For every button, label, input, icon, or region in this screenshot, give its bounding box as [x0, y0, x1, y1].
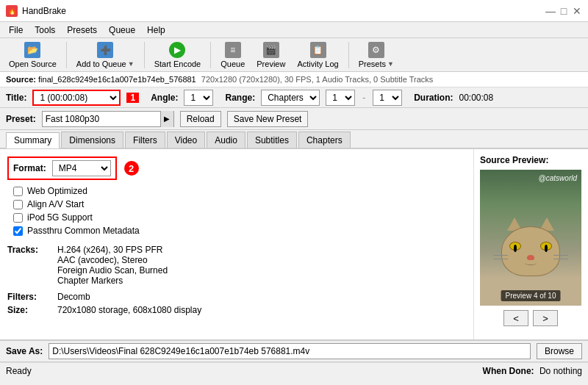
menu-queue[interactable]: Queue	[103, 24, 141, 37]
format-select[interactable]: MP4	[52, 160, 111, 176]
menu-tools[interactable]: Tools	[29, 24, 61, 37]
activity-log-button[interactable]: 📋 Activity Log	[293, 40, 343, 71]
preview-button[interactable]: 🎬 Preview	[252, 40, 290, 71]
open-source-icon: 📂	[24, 42, 40, 58]
preview-badge: Preview 4 of 10	[501, 290, 561, 301]
preset-input-wrap: Fast 1080p30 ▶	[42, 111, 174, 127]
reload-button[interactable]: Reload	[180, 111, 221, 127]
status-bar: Ready When Done: Do nothing	[0, 362, 588, 378]
queue-button[interactable]: ≡ Queue	[216, 40, 249, 71]
tab-chapters[interactable]: Chapters	[298, 132, 351, 148]
whisker-right-1	[553, 255, 568, 256]
browse-button[interactable]: Browse	[537, 343, 582, 359]
title-label: Title:	[6, 93, 26, 103]
tab-dimensions[interactable]: Dimensions	[61, 132, 123, 148]
save-as-label: Save As:	[6, 346, 43, 356]
passthru-label: Passthru Common Metadata	[27, 226, 140, 236]
passthru-checkbox[interactable]	[13, 226, 23, 236]
size-value: 720x1080 storage, 608x1080 display	[57, 305, 201, 315]
menu-help[interactable]: Help	[141, 24, 171, 37]
when-done-label: When Done:	[483, 366, 534, 376]
start-encode-icon: ▶	[169, 42, 185, 58]
ipod-checkbox[interactable]	[13, 213, 23, 223]
cat-container	[501, 217, 560, 291]
source-label: Source:	[6, 75, 36, 84]
source-info: 720x1280 (720x1280), 30 FPS, 1 Audio Tra…	[201, 75, 434, 84]
whisker-left-2	[493, 259, 508, 259]
preset-row: Preset: Fast 1080p30 ▶ Reload Save New P…	[0, 108, 588, 130]
divider-4	[348, 42, 349, 68]
save-as-input[interactable]	[49, 343, 531, 359]
main-content: Format: MP4 2 Web Optimized Align A/V St…	[0, 149, 588, 340]
checkbox-align-av: Align A/V Start	[13, 199, 466, 209]
open-source-button[interactable]: 📂 Open Source	[4, 40, 61, 71]
preset-expand-button[interactable]: ▶	[160, 111, 173, 127]
track-0: H.264 (x264), 30 FPS PFR	[57, 245, 168, 255]
title-bar: 🔥 HandBrake — □ ✕	[0, 0, 588, 22]
duration-value: 00:00:08	[459, 93, 493, 103]
size-label: Size:	[7, 305, 51, 315]
tab-video[interactable]: Video	[167, 132, 205, 148]
preview-bg: @catsworld Preview 4 of 10	[480, 170, 581, 306]
align-av-checkbox[interactable]	[13, 200, 23, 209]
status-ready: Ready	[6, 366, 32, 376]
source-filename: final_628c9249e16c1a007e1b74eb_576881	[38, 75, 196, 84]
web-optimized-checkbox[interactable]	[13, 187, 23, 196]
title-controls-row: Title: 1 (00:00:08) 1 Angle: 1 Range: Ch…	[0, 87, 588, 108]
cat-mouth	[525, 261, 537, 265]
range-from-select[interactable]: 1	[326, 90, 355, 106]
left-panel: Format: MP4 2 Web Optimized Align A/V St…	[0, 149, 474, 339]
tracks-values: H.264 (x264), 30 FPS PFR AAC (avcodec), …	[57, 245, 168, 286]
presets-button[interactable]: ⚙ Presets ▼	[354, 40, 398, 71]
preset-input[interactable]: Fast 1080p30	[43, 114, 160, 124]
preview-nav: < >	[480, 310, 581, 326]
when-done-container: When Done: Do nothing	[483, 366, 582, 376]
preview-image: @catsworld Preview 4 of 10	[480, 170, 581, 306]
close-button[interactable]: ✕	[572, 6, 582, 16]
cat-pupil-right	[545, 245, 548, 252]
preview-next-button[interactable]: >	[533, 310, 558, 326]
presets-dropdown[interactable]: ▼	[387, 60, 394, 68]
track-3: Chapter Markers	[57, 276, 168, 286]
title-select[interactable]: 1 (00:00:08)	[32, 90, 121, 106]
range-separator: -	[362, 93, 365, 103]
tab-summary[interactable]: Summary	[6, 132, 60, 148]
add-queue-icon: ➕	[97, 42, 113, 58]
cat-nose	[527, 255, 534, 260]
angle-select[interactable]: 1	[184, 90, 213, 106]
format-label: Format:	[13, 163, 46, 173]
whisker-left-1	[493, 255, 508, 256]
add-to-queue-button[interactable]: ➕ Add to Queue ▼	[72, 40, 139, 71]
start-encode-button[interactable]: ▶ Start Encode	[150, 40, 206, 71]
whisker-right-2	[553, 259, 568, 259]
maximize-button[interactable]: □	[559, 6, 569, 16]
preset-label: Preset:	[6, 114, 36, 124]
align-av-label: Align A/V Start	[27, 199, 84, 209]
tab-audio[interactable]: Audio	[207, 132, 245, 148]
app-icon: 🔥	[6, 5, 18, 17]
preview-watermark: @catsworld	[539, 174, 577, 182]
cat-head	[501, 226, 560, 276]
menu-file[interactable]: File	[3, 24, 29, 37]
tab-subtitles[interactable]: Subtitles	[247, 132, 297, 148]
ipod-label: iPod 5G Support	[27, 212, 93, 223]
minimize-button[interactable]: —	[545, 6, 556, 16]
duration-label: Duration:	[414, 93, 453, 103]
checkbox-web-optimized: Web Optimized	[13, 186, 466, 196]
when-done-value: Do nothing	[539, 366, 582, 376]
preview-prev-button[interactable]: <	[503, 310, 528, 326]
tab-filters[interactable]: Filters	[125, 132, 165, 148]
checkbox-ipod: iPod 5G Support	[13, 212, 466, 223]
web-optimized-label: Web Optimized	[27, 186, 87, 196]
range-label: Range:	[225, 93, 255, 103]
menu-presets[interactable]: Presets	[61, 24, 103, 37]
filters-value: Decomb	[57, 292, 90, 302]
range-to-select[interactable]: 1	[373, 90, 402, 106]
add-queue-dropdown[interactable]: ▼	[128, 60, 135, 68]
save-bar: Save As: Browse	[0, 340, 588, 362]
range-type-select[interactable]: Chapters	[261, 90, 320, 106]
save-new-preset-button[interactable]: Save New Preset	[227, 111, 309, 127]
filters-label: Filters:	[7, 292, 51, 302]
divider-2	[144, 42, 145, 68]
format-row: Format: MP4	[7, 156, 117, 180]
